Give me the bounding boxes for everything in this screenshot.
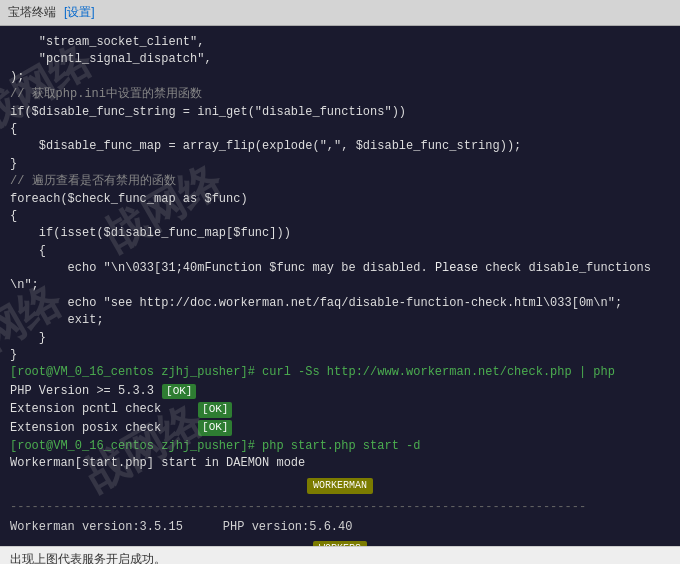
line-7: $disable_func_map = array_flip(explode("… (10, 138, 670, 155)
line-8: } (10, 156, 670, 173)
settings-link[interactable]: [设置] (64, 4, 95, 21)
line-13: { (10, 243, 670, 260)
posix-label: Extension posix check (10, 420, 190, 437)
line-15: echo "see http://doc.workerman.net/faq/d… (10, 295, 670, 312)
status-text: 出现上图代表服务开启成功。 (10, 551, 166, 564)
line-11: { (10, 208, 670, 225)
dashed-line-1: ----------------------------------------… (10, 499, 670, 516)
pcntl-check: Extension pcntl check [OK] (10, 401, 670, 418)
line-6: { (10, 121, 670, 138)
version-row: Workerman version:3.5.15 PHP version:5.6… (10, 519, 670, 536)
workers-section-label: WORKERS (10, 539, 670, 546)
line-9: // 遍历查看是否有禁用的函数 (10, 173, 670, 190)
terminal-area[interactable]: "stream_socket_client", "pcntl_signal_di… (0, 26, 680, 546)
php-version-ok: [OK] (162, 384, 196, 400)
line-prompt-php: [root@VM_0_16_centos zjhj_pusher]# php s… (10, 438, 670, 455)
line-3: ); (10, 69, 670, 86)
line-18: } (10, 347, 670, 364)
line-12: if(isset($disable_func_map[$func])) (10, 225, 670, 242)
workerman-version: Workerman version:3.5.15 (10, 519, 183, 536)
workerman-section-label: WORKERMAN (10, 476, 670, 497)
status-bar: 出现上图代表服务开启成功。 (0, 546, 680, 564)
posix-ok: [OK] (198, 420, 232, 436)
line-prompt-curl: [root@VM_0_16_centos zjhj_pusher]# curl … (10, 364, 670, 381)
posix-check: Extension posix check [OK] (10, 420, 670, 437)
workers-label: WORKERS (313, 541, 367, 546)
pcntl-label: Extension pcntl check (10, 401, 190, 418)
titlebar: 宝塔终端 [设置] (0, 0, 680, 26)
line-14: echo "\n\033[31;40mFunction $func may be… (10, 260, 670, 277)
php-version-label: PHP Version >= 5.3.3 (10, 383, 154, 400)
pcntl-ok: [OK] (198, 402, 232, 418)
line-4: // 获取php.ini中设置的禁用函数 (10, 86, 670, 103)
line-1: "stream_socket_client", (10, 34, 670, 51)
window-title: 宝塔终端 (8, 4, 56, 21)
php-version-val: PHP version:5.6.40 (223, 519, 353, 536)
workerman-label: WORKERMAN (307, 478, 373, 495)
php-version-check: PHP Version >= 5.3.3 [OK] (10, 383, 670, 400)
line-17: } (10, 330, 670, 347)
line-14b: \n"; (10, 277, 670, 294)
line-2: "pcntl_signal_dispatch", (10, 51, 670, 68)
line-daemon: Workerman[start.php] start in DAEMON mod… (10, 455, 670, 472)
line-10: foreach($check_func_map as $func) (10, 191, 670, 208)
line-5: if($disable_func_string = ini_get("disab… (10, 104, 670, 121)
line-16: exit; (10, 312, 670, 329)
